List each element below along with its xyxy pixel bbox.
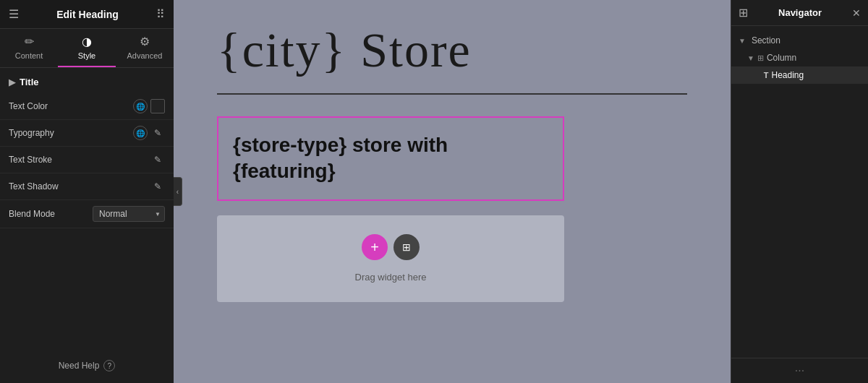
section-expand-arrow: ▼ [739, 37, 746, 45]
column-item-icon: ⊞ [757, 53, 764, 63]
big-heading: {city} Store [217, 22, 687, 79]
drop-zone-text: Drag widget here [355, 272, 427, 283]
text-color-swatch[interactable] [150, 99, 165, 113]
left-panel: ☰ Edit Heading ⠿ ✏ Content ◑ Style ⚙ Adv… [0, 0, 174, 383]
navigator-toggle-icon[interactable]: ⊞ [739, 6, 748, 20]
navigator-footer-dots: ··· [795, 364, 804, 377]
section-item-label: Section [752, 35, 780, 46]
text-stroke-controls: ✎ [150, 152, 165, 167]
tab-advanced-label: Advanced [127, 51, 163, 60]
blend-mode-select-wrap: Normal Multiply Screen Overlay [93, 206, 165, 222]
main-canvas: {city} Store {store-type} store with {fe… [174, 0, 731, 383]
text-color-controls: 🌐 [133, 99, 165, 113]
text-stroke-label: Text Stroke [9, 155, 52, 165]
content-tab-icon: ✏ [25, 35, 34, 48]
navigator-heading-item[interactable]: T Heading [731, 66, 868, 84]
typography-label: Typography [9, 128, 54, 138]
text-shadow-label: Text Shadow [9, 181, 59, 192]
blend-mode-row: Blend Mode Normal Multiply Screen Overla… [0, 200, 174, 228]
typography-globe[interactable]: 🌐 [133, 126, 148, 140]
typography-edit-icon[interactable]: ✎ [150, 126, 165, 140]
column-item-label: Column [767, 53, 796, 63]
tab-content[interactable]: ✏ Content [0, 29, 58, 67]
panel-title: Edit Heading [19, 9, 156, 20]
text-shadow-row: Text Shadow ✎ [0, 173, 174, 200]
blend-mode-select[interactable]: Normal Multiply Screen Overlay [93, 206, 165, 222]
advanced-tab-icon: ⚙ [140, 35, 150, 48]
tab-advanced[interactable]: ⚙ Advanced [116, 29, 174, 67]
style-tab-icon: ◑ [82, 35, 92, 48]
canvas-top-area: {city} Store [174, 0, 731, 93]
text-color-row: Text Color 🌐 [0, 93, 174, 120]
section-title: Title [20, 77, 39, 87]
navigator-close-icon[interactable]: ✕ [852, 7, 861, 19]
typography-row: Typography 🌐 ✎ [0, 120, 174, 147]
heading-item-icon: T [764, 71, 769, 79]
blend-mode-label: Blend Mode [9, 209, 55, 219]
canvas-content: {store-type} store with {featuring} + ⊞ … [174, 95, 731, 324]
typography-controls: 🌐 ✎ [133, 126, 165, 140]
drop-zone: + ⊞ Drag widget here [217, 215, 564, 302]
panel-header: ☰ Edit Heading ⠿ [0, 0, 174, 29]
widget-options-button[interactable]: ⊞ [393, 234, 420, 260]
navigator-panel: ⊞ Navigator ✕ ▼ Section ▼ ⊞ Column T Hea… [731, 0, 868, 383]
grid-icon[interactable]: ⠿ [156, 7, 165, 21]
navigator-tree: ▼ Section ▼ ⊞ Column T Heading [731, 26, 868, 358]
text-shadow-controls: ✎ [150, 179, 165, 194]
drop-zone-buttons: + ⊞ [362, 234, 420, 260]
add-widget-button[interactable]: + [362, 234, 388, 260]
heading-item-label: Heading [772, 70, 804, 80]
help-icon[interactable]: ? [103, 360, 115, 371]
navigator-title: Navigator [748, 7, 852, 18]
text-shadow-edit-icon[interactable]: ✎ [150, 179, 165, 194]
tab-style-label: Style [78, 51, 95, 60]
navigator-header: ⊞ Navigator ✕ [731, 0, 868, 26]
selected-widget-text: {store-type} store with {featuring} [233, 132, 548, 185]
need-help-label: Need Help [59, 361, 100, 371]
section-title-row: ▶ Title [0, 68, 174, 93]
selected-widget[interactable]: {store-type} store with {featuring} [217, 116, 564, 201]
need-help-row[interactable]: Need Help ? [0, 348, 174, 383]
collapse-handle[interactable]: ‹ [174, 177, 182, 206]
tabs-row: ✏ Content ◑ Style ⚙ Advanced [0, 29, 174, 68]
text-color-globe[interactable]: 🌐 [133, 99, 148, 113]
navigator-footer[interactable]: ··· [731, 358, 868, 383]
text-stroke-row: Text Stroke ✎ [0, 147, 174, 173]
navigator-column-item[interactable]: ▼ ⊞ Column [731, 49, 868, 66]
heading-expand-arrow [759, 72, 761, 79]
column-expand-arrow: ▼ [747, 54, 754, 62]
text-color-label: Text Color [9, 101, 48, 111]
hamburger-icon[interactable]: ☰ [9, 7, 19, 21]
navigator-header-left: ⊞ [739, 6, 748, 20]
section-expand-icon[interactable]: ▶ [9, 77, 15, 87]
tab-style[interactable]: ◑ Style [58, 29, 116, 67]
text-stroke-edit-icon[interactable]: ✎ [150, 152, 165, 167]
navigator-section-item[interactable]: ▼ Section [731, 32, 868, 49]
tab-content-label: Content [15, 51, 43, 60]
